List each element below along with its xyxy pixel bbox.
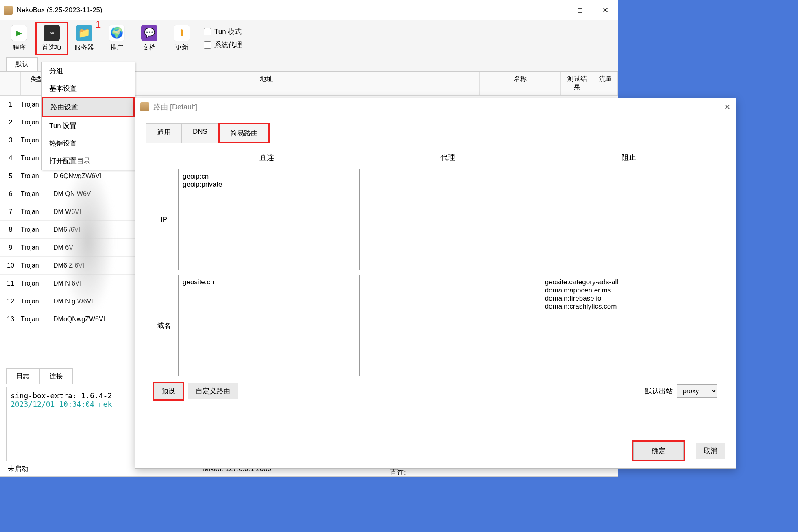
hdr-block: 阻止 (541, 153, 717, 165)
cell-type: Trojan (21, 280, 53, 287)
cell-type: Trojan (21, 190, 53, 198)
tun-mode-label: Tun 模式 (214, 27, 242, 36)
row-domain-label: 域名 (154, 275, 174, 376)
update-button[interactable]: 更新 (166, 22, 198, 55)
annotation-1: 1 (95, 18, 101, 31)
app-icon (4, 6, 13, 15)
domain-block-field[interactable]: geosite:category-ads-all domain:appcente… (541, 275, 717, 376)
ok-button[interactable]: 确定 (633, 442, 684, 460)
menu-item-tun[interactable]: Tun 设置 (42, 117, 135, 135)
tab-general[interactable]: 通用 (146, 123, 182, 143)
outbound-label: 默认出站 (645, 386, 673, 396)
dialog-panel: 直连 代理 阻止 IP geoip:cn geoip:private 域名 ge… (146, 145, 725, 407)
cell-index: 11 (0, 280, 21, 287)
update-label: 更新 (175, 44, 188, 52)
docs-button[interactable]: 文档 (133, 22, 166, 55)
cell-type: Trojan (21, 244, 53, 251)
toolbar: 程序 首选项 服务器 推广 文档 更新 Tun 模式 系统代理 (0, 20, 618, 57)
toolbar-checks: Tun 模式 系统代理 (204, 27, 242, 50)
promo-label: 推广 (110, 44, 123, 52)
domain-proxy-field[interactable] (359, 275, 536, 376)
maximize-button[interactable]: □ (567, 0, 593, 20)
preferences-menu: 分组 基本设置 路由设置 Tun 设置 热键设置 打开配置目录 (41, 62, 135, 170)
play-icon (11, 25, 27, 41)
server-label: 服务器 (74, 44, 94, 52)
cell-index: 4 (0, 155, 21, 162)
row-ip-label: IP (154, 169, 174, 270)
dialog-icon (140, 102, 149, 111)
hdr-proxy: 代理 (359, 153, 536, 165)
dialog-body: 通用 DNS 简易路由 直连 代理 阻止 IP geoip:cn geoip:p… (135, 116, 736, 414)
cell-index: 2 (0, 119, 21, 126)
docs-label: 文档 (143, 44, 156, 52)
tab-simple-route[interactable]: 简易路由 (218, 123, 270, 143)
cell-index: 6 (0, 190, 21, 198)
hdr-direct: 直连 (178, 153, 355, 165)
tab-default[interactable]: 默认 (6, 57, 38, 71)
status-direct: 直连: (390, 469, 406, 477)
cancel-button[interactable]: 取消 (696, 443, 725, 459)
cell-type: Trojan (21, 298, 53, 305)
preferences-icon (44, 25, 60, 41)
program-button[interactable]: 程序 (3, 22, 35, 55)
cell-index: 1 (0, 101, 21, 108)
cell-type: Trojan (21, 172, 53, 180)
dialog-titlebar: 路由 [Default] ✕ (135, 98, 736, 116)
doc-icon (141, 25, 157, 41)
minimize-button[interactable]: — (542, 0, 567, 20)
cell-index: 9 (0, 244, 21, 251)
window-controls: — □ ✕ (542, 0, 618, 20)
cell-type: Trojan (21, 226, 53, 233)
preferences-label: 首选项 (42, 44, 61, 52)
tab-dns[interactable]: DNS (182, 123, 218, 143)
col-test: 测试结果 (561, 72, 593, 95)
menu-item-opendir[interactable]: 打开配置目录 (42, 152, 135, 170)
ip-direct-field[interactable]: geoip:cn geoip:private (178, 169, 355, 270)
preset-button[interactable]: 预设 (154, 383, 183, 399)
custom-route-button[interactable]: 自定义路由 (188, 383, 238, 399)
menu-item-routing[interactable]: 路由设置 (42, 97, 135, 117)
ip-block-field[interactable] (541, 169, 717, 270)
col-index (0, 72, 21, 95)
cell-index: 7 (0, 208, 21, 216)
system-proxy-check[interactable]: 系统代理 (204, 40, 242, 50)
cell-index: 8 (0, 226, 21, 233)
cell-type: Trojan (21, 208, 53, 216)
cell-index: 13 (0, 316, 21, 323)
smudge-overlay (61, 163, 114, 318)
titlebar: NekoBox (3.25-2023-11-25) — □ ✕ (0, 0, 618, 20)
cell-index: 10 (0, 262, 21, 269)
dialog-footer: 确定 取消 (633, 442, 725, 460)
program-label: 程序 (13, 44, 26, 52)
dialog-title: 路由 [Default] (153, 102, 197, 112)
col-name: 名称 (480, 72, 561, 95)
server-icon (76, 25, 92, 41)
cell-type: Trojan (21, 262, 53, 269)
system-proxy-label: 系统代理 (214, 40, 242, 50)
cell-index: 3 (0, 137, 21, 144)
outbound-select[interactable]: proxy (677, 384, 717, 398)
close-button[interactable]: ✕ (593, 0, 618, 20)
menu-item-hotkey[interactable]: 热键设置 (42, 135, 135, 152)
cell-index: 5 (0, 172, 21, 180)
menu-item-group[interactable]: 分组 (42, 62, 135, 80)
tab-conn[interactable]: 连接 (39, 368, 73, 384)
domain-direct-field[interactable]: geosite:cn (178, 275, 355, 376)
col-flow: 流量 (593, 72, 618, 95)
promo-button[interactable]: 推广 (100, 22, 133, 55)
route-grid: 直连 代理 阻止 IP geoip:cn geoip:private 域名 ge… (154, 153, 717, 376)
tab-log[interactable]: 日志 (6, 368, 39, 384)
update-icon (174, 25, 190, 41)
menu-item-basic[interactable]: 基本设置 (42, 80, 135, 97)
window-title: NekoBox (3.25-2023-11-25) (17, 6, 102, 14)
tun-mode-check[interactable]: Tun 模式 (204, 27, 242, 36)
ip-proxy-field[interactable] (359, 169, 536, 270)
button-row: 预设 自定义路由 默认出站 proxy (154, 383, 717, 399)
globe-icon (109, 25, 125, 41)
cell-index: 12 (0, 298, 21, 305)
routing-dialog: 路由 [Default] ✕ 通用 DNS 简易路由 直连 代理 阻止 IP g… (135, 98, 736, 469)
dialog-tabs: 通用 DNS 简易路由 (146, 123, 725, 143)
dialog-close-button[interactable]: ✕ (724, 102, 731, 112)
cell-type: Trojan (21, 316, 53, 323)
preferences-button[interactable]: 首选项 (35, 22, 68, 55)
